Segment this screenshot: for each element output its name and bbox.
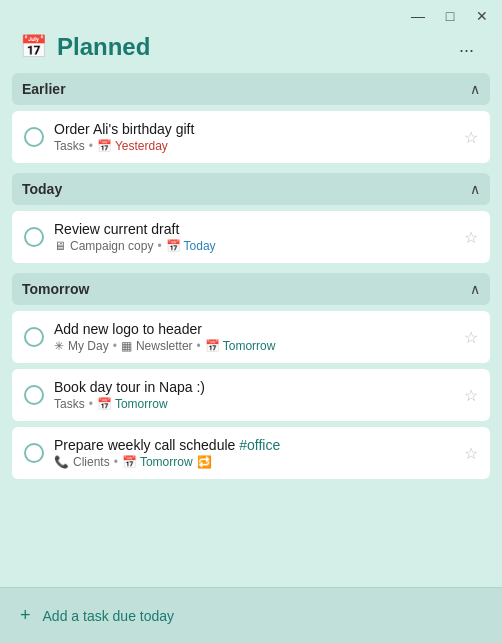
task-content: Prepare weekly call schedule #office 📞 C… <box>54 437 454 469</box>
task-title: Order Ali's birthday gift <box>54 121 454 137</box>
separator: • <box>114 455 118 469</box>
planned-icon: 📅 <box>20 34 47 60</box>
task-card: Order Ali's birthday gift Tasks • 📅 Yest… <box>12 111 490 163</box>
date-label: Today <box>184 239 216 253</box>
task-list-name: Campaign copy <box>70 239 153 253</box>
task-content: Review current draft 🖥 Campaign copy • 📅… <box>54 221 454 253</box>
task-list-icon: 🖥 <box>54 239 66 253</box>
separator: • <box>157 239 161 253</box>
earlier-section-title: Earlier <box>22 81 66 97</box>
date-label: Tomorrow <box>115 397 168 411</box>
task-star-button[interactable]: ☆ <box>464 444 478 463</box>
task-date-badge: 📅 Tomorrow <box>205 339 276 353</box>
task-meta: 🖥 Campaign copy • 📅 Today <box>54 239 454 253</box>
task-card: Add new logo to header ✳ My Day • ▦ News… <box>12 311 490 363</box>
task-star-button[interactable]: ☆ <box>464 328 478 347</box>
task-complete-button[interactable] <box>24 127 44 147</box>
task-title: Prepare weekly call schedule #office <box>54 437 454 453</box>
tomorrow-chevron-icon: ∧ <box>470 281 480 297</box>
earlier-chevron-icon: ∧ <box>470 81 480 97</box>
task-meta: 📞 Clients • 📅 Tomorrow 🔁 <box>54 455 454 469</box>
task-list-name-1: My Day <box>68 339 109 353</box>
tomorrow-section-header[interactable]: Tomorrow ∧ <box>12 273 490 305</box>
separator: • <box>89 397 93 411</box>
task-title: Book day tour in Napa :) <box>54 379 454 395</box>
task-complete-button[interactable] <box>24 443 44 463</box>
app-header: 📅 Planned ... <box>0 28 502 73</box>
calendar-icon: 📅 <box>122 455 137 469</box>
task-complete-button[interactable] <box>24 385 44 405</box>
tomorrow-section-title: Tomorrow <box>22 281 89 297</box>
newsletter-icon: ▦ <box>121 339 132 353</box>
task-star-button[interactable]: ☆ <box>464 386 478 405</box>
earlier-section: Earlier ∧ Order Ali's birthday gift Task… <box>12 73 490 163</box>
task-meta: Tasks • 📅 Yesterday <box>54 139 454 153</box>
date-label: Yesterday <box>115 139 168 153</box>
title-bar: — □ ✕ <box>0 0 502 28</box>
myday-icon: ✳ <box>54 339 64 353</box>
separator: • <box>197 339 201 353</box>
task-star-button[interactable]: ☆ <box>464 128 478 147</box>
tomorrow-section: Tomorrow ∧ Add new logo to header ✳ My D… <box>12 273 490 479</box>
task-star-button[interactable]: ☆ <box>464 228 478 247</box>
task-date-badge: 📅 Tomorrow <box>97 397 168 411</box>
phone-icon: 📞 <box>54 455 69 469</box>
task-card: Book day tour in Napa :) Tasks • 📅 Tomor… <box>12 369 490 421</box>
date-label: Tomorrow <box>140 455 193 469</box>
task-card: Prepare weekly call schedule #office 📞 C… <box>12 427 490 479</box>
separator: • <box>89 139 93 153</box>
minimize-button[interactable]: — <box>410 8 426 24</box>
task-card: Review current draft 🖥 Campaign copy • 📅… <box>12 211 490 263</box>
main-content: Earlier ∧ Order Ali's birthday gift Task… <box>0 73 502 550</box>
task-meta: Tasks • 📅 Tomorrow <box>54 397 454 411</box>
calendar-icon: 📅 <box>166 239 181 253</box>
task-date-badge: 📅 Tomorrow <box>122 455 193 469</box>
earlier-section-header[interactable]: Earlier ∧ <box>12 73 490 105</box>
task-list-name-2: Newsletter <box>136 339 193 353</box>
add-task-icon: + <box>20 605 31 626</box>
maximize-button[interactable]: □ <box>442 8 458 24</box>
task-list-name: Tasks <box>54 139 85 153</box>
task-date-badge: 📅 Today <box>166 239 216 253</box>
close-button[interactable]: ✕ <box>474 8 490 24</box>
task-meta: ✳ My Day • ▦ Newsletter • 📅 Tomorrow <box>54 339 454 353</box>
today-section-title: Today <box>22 181 62 197</box>
task-date-badge: 📅 Yesterday <box>97 139 168 153</box>
task-complete-button[interactable] <box>24 227 44 247</box>
task-title: Add new logo to header <box>54 321 454 337</box>
task-title: Review current draft <box>54 221 454 237</box>
calendar-icon: 📅 <box>97 397 112 411</box>
add-task-bar[interactable]: + Add a task due today <box>0 587 502 643</box>
today-section-header[interactable]: Today ∧ <box>12 173 490 205</box>
task-complete-button[interactable] <box>24 327 44 347</box>
date-label: Tomorrow <box>223 339 276 353</box>
task-title-plain: Prepare weekly call schedule <box>54 437 239 453</box>
today-chevron-icon: ∧ <box>470 181 480 197</box>
task-list-name: Clients <box>73 455 110 469</box>
separator: • <box>113 339 117 353</box>
page-title: Planned <box>57 33 150 61</box>
calendar-icon: 📅 <box>97 139 112 153</box>
task-content: Add new logo to header ✳ My Day • ▦ News… <box>54 321 454 353</box>
task-hashtag: #office <box>239 437 280 453</box>
calendar-icon: 📅 <box>205 339 220 353</box>
task-content: Order Ali's birthday gift Tasks • 📅 Yest… <box>54 121 454 153</box>
more-options-button[interactable]: ... <box>451 32 482 61</box>
task-list-name: Tasks <box>54 397 85 411</box>
add-task-label: Add a task due today <box>43 608 175 624</box>
today-section: Today ∧ Review current draft 🖥 Campaign … <box>12 173 490 263</box>
task-content: Book day tour in Napa :) Tasks • 📅 Tomor… <box>54 379 454 411</box>
header-left: 📅 Planned <box>20 33 150 61</box>
repeat-icon: 🔁 <box>197 455 212 469</box>
